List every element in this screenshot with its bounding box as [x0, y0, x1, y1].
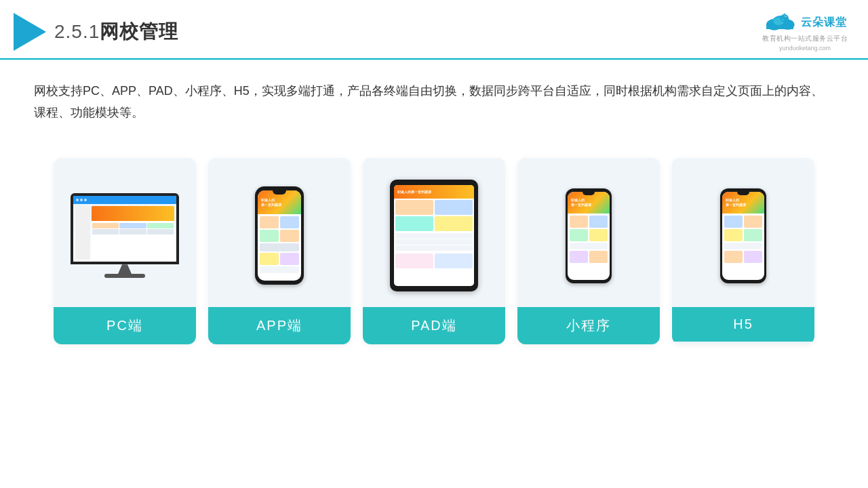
pc-mockup: [71, 193, 179, 278]
card-pad-label: PAD端: [363, 307, 505, 344]
pc-screen: [71, 193, 179, 264]
miniprogram-phone-mockup: 职途人的第一堂判题课: [566, 188, 612, 283]
card-miniprogram: 职途人的第一堂判题课: [517, 158, 660, 344]
brand-name: 云朵课堂: [801, 16, 847, 30]
mini-banner-text: 职途人的第一堂判题课: [571, 198, 591, 207]
card-app-label: APP端: [208, 307, 351, 344]
phone-mini-screen: 职途人的第一堂判题课: [568, 192, 610, 280]
card-pad-image: 职途人的第一堂判题课: [363, 158, 505, 307]
tablet-outer: 职途人的第一堂判题课: [390, 180, 478, 291]
card-miniprogram-image: 职途人的第一堂判题课: [517, 158, 660, 307]
pc-base: [104, 274, 145, 278]
phone-outer: 职途人的第一堂判题课: [255, 186, 304, 285]
h5-banner-text: 职途人的第一堂判题课: [726, 198, 746, 207]
h5-phone-mockup: 职途人的第一堂判题课: [720, 188, 766, 283]
brand-logo: 云朵课堂 教育机构一站式服务云平台 yunduoketang.com: [762, 12, 848, 52]
description-paragraph: 网校支持PC、APP、PAD、小程序、H5，实现多端打通，产品各终端自由切换，数…: [34, 80, 834, 124]
header: 2.5.1网校管理 云朵课堂 教育机构一站式服务云平台 yunduoketang…: [0, 0, 868, 60]
page-title: 2.5.1网校管理: [54, 19, 178, 45]
pc-stand: [118, 264, 132, 274]
brand-icon-wrap: 云朵课堂: [763, 12, 847, 33]
tablet-banner-text: 职途人的第一堂判题课: [397, 190, 431, 194]
phone-screen: 职途人的第一堂判题课: [258, 190, 301, 281]
logo-triangle-icon: [14, 13, 46, 51]
app-phone-mockup: 职途人的第一堂判题课: [255, 186, 304, 285]
card-miniprogram-label: 小程序: [517, 307, 660, 344]
svg-rect-3: [766, 24, 793, 29]
brand-url: yunduoketang.com: [779, 45, 831, 52]
phone-notch: [273, 190, 286, 195]
tablet-mockup: 职途人的第一堂判题课: [390, 180, 478, 291]
h5-phone-notch: [737, 192, 749, 195]
section-number: 2.5.1: [54, 21, 100, 42]
phone-mini-outer: 职途人的第一堂判题课: [566, 188, 612, 283]
tablet-screen: 职途人的第一堂判题课: [394, 185, 474, 286]
cards-container: PC端 职途人的第一堂判题课: [0, 138, 868, 358]
card-pc-image: [54, 158, 196, 307]
header-left: 2.5.1网校管理: [14, 13, 178, 51]
pc-screen-content: [73, 196, 176, 262]
h5-phone-screen: 职途人的第一堂判题课: [722, 192, 764, 280]
phone-mini-notch: [583, 192, 595, 195]
h5-phone-outer: 职途人的第一堂判题课: [720, 188, 766, 283]
brand-tagline: 教育机构一站式服务云平台: [762, 34, 848, 43]
title-text: 网校管理: [100, 21, 178, 42]
card-pc-label: PC端: [54, 307, 196, 344]
description-text: 网校支持PC、APP、PAD、小程序、H5，实现多端打通，产品各终端自由切换，数…: [0, 60, 868, 131]
phone-banner-text: 职途人的第一堂判题课: [261, 198, 281, 207]
card-h5-image: 职途人的第一堂判题课: [672, 158, 814, 307]
card-pad: 职途人的第一堂判题课: [363, 158, 505, 344]
card-app: 职途人的第一堂判题课: [208, 158, 351, 344]
card-h5-label: H5: [672, 307, 814, 342]
card-app-image: 职途人的第一堂判题课: [208, 158, 351, 307]
cloud-icon: [763, 12, 797, 33]
card-pc: PC端: [54, 158, 196, 344]
card-h5: 职途人的第一堂判题课: [672, 158, 814, 344]
